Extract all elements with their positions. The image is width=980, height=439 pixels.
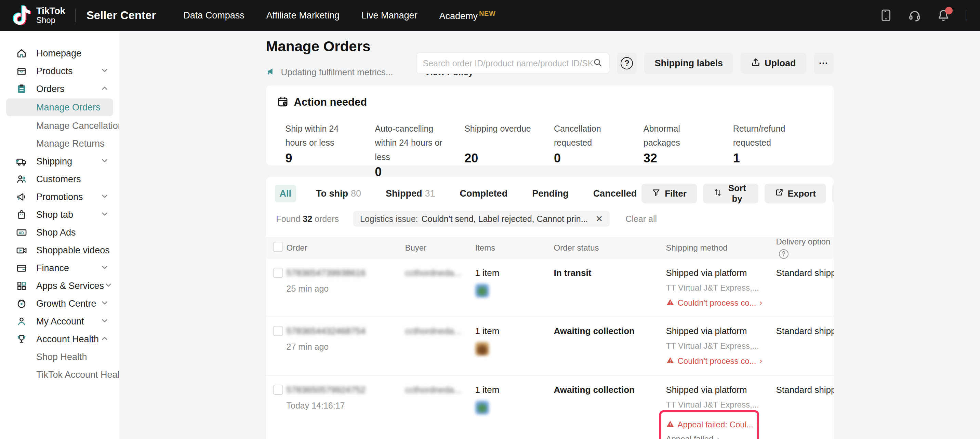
metric-label: Ship within 24 hours or less	[286, 122, 358, 150]
tiktok-shop-logo[interactable]: TikTok Shop	[12, 5, 65, 25]
found-count: 32	[302, 214, 312, 224]
logistics-warning-link[interactable]: Couldn't process co... ›	[666, 356, 776, 366]
tab-label: Cancelled	[593, 188, 637, 199]
found-orders-count: Found 32 orders	[276, 214, 339, 224]
export-button[interactable]: Export	[765, 184, 826, 204]
sidebar-item-manage-returns[interactable]: Manage Returns	[0, 135, 114, 153]
product-thumbnail[interactable]	[475, 284, 489, 297]
sidebar-item-apps-services[interactable]: Apps & Services	[0, 277, 114, 295]
metric-cancellation-requested: Cancellation requested 0	[554, 122, 644, 179]
home-icon	[16, 48, 27, 59]
buyer-name-blurred[interactable]: ccthordneda...	[405, 268, 461, 278]
sidebar-item-manage-orders[interactable]: Manage Orders	[6, 99, 113, 116]
nav-academy[interactable]: AcademyNEW	[439, 10, 496, 22]
buyer-name-blurred[interactable]: ccthordneda...	[405, 385, 461, 395]
tab-pending[interactable]: Pending	[527, 185, 573, 202]
tab-to-ship[interactable]: To ship80	[311, 185, 366, 202]
sidebar-item-homepage[interactable]: Homepage	[0, 45, 114, 62]
warning-triangle-icon	[666, 356, 674, 366]
orders-panel: All To ship80 Shipped31 Completed Pendin…	[266, 177, 834, 439]
row-checkbox[interactable]	[273, 385, 283, 395]
clear-all-link[interactable]: Clear all	[625, 214, 657, 224]
chip-label: Logistics issue:	[360, 214, 418, 224]
upload-button[interactable]: Upload	[741, 52, 806, 74]
sidebar-item-tiktok-account-health[interactable]: TikTok Account Health	[0, 366, 114, 383]
sidebar-item-customers[interactable]: Customers	[0, 170, 114, 188]
shipping-labels-button[interactable]: Shipping labels	[644, 52, 733, 74]
sidebar-item-shipping[interactable]: Shipping	[0, 153, 114, 170]
chevron-up-icon	[100, 334, 109, 344]
chevron-down-icon	[104, 281, 113, 291]
tab-shipped[interactable]: Shipped31	[381, 185, 440, 202]
nav-live-manager[interactable]: Live Manager	[361, 10, 417, 21]
row-checkbox[interactable]	[273, 268, 283, 278]
metric-value[interactable]: 0	[554, 151, 627, 165]
metric-value[interactable]: 32	[644, 151, 716, 165]
chip-close-icon[interactable]: ✕	[596, 214, 603, 224]
items-count: 1 item	[475, 326, 554, 336]
filter-button[interactable]: Filter	[641, 184, 697, 204]
metric-value[interactable]: 9	[286, 151, 358, 165]
sidebar-item-orders[interactable]: Orders	[0, 80, 114, 98]
search-icon[interactable]	[593, 57, 603, 69]
warning-triangle-icon	[666, 420, 674, 429]
sidebar-item-products[interactable]: Products	[0, 62, 114, 80]
delivery-help-icon[interactable]: ?	[779, 249, 789, 259]
sidebar-item-shop-ads[interactable]: AD Shop Ads	[0, 224, 114, 242]
chevron-down-icon	[100, 263, 109, 273]
sidebar-item-growth-centre[interactable]: Growth Centre	[0, 295, 114, 312]
logistics-warning-link[interactable]: Couldn't process co... ›	[666, 298, 776, 308]
orders-more-button[interactable]: ···	[832, 184, 834, 204]
sidebar-item-my-account[interactable]: My Account	[0, 312, 114, 330]
sidebar-item-label: Shipping	[36, 156, 72, 167]
sidebar-item-finance[interactable]: Finance	[0, 259, 114, 277]
nav-affiliate-marketing[interactable]: Affiliate Marketing	[266, 10, 340, 21]
order-id-blurred[interactable]: 5783654432468754	[286, 326, 405, 336]
order-id-blurred[interactable]: 5783654739938616	[286, 268, 405, 278]
mobile-app-icon[interactable]	[880, 9, 892, 22]
chevron-down-icon	[100, 299, 109, 309]
sidebar-item-shop-tab[interactable]: Shop tab	[0, 206, 114, 224]
column-shipping-method: Shipping method	[666, 243, 776, 253]
appeal-failed-warning-link[interactable]: Appeal failed: Coul... ›	[666, 420, 751, 429]
nav-data-compass[interactable]: Data Compass	[183, 10, 245, 21]
tab-label: To ship	[316, 188, 348, 199]
logistics-issue-filter-chip[interactable]: Logistics issue: Couldn't send, Label re…	[353, 211, 610, 227]
support-headset-icon[interactable]	[908, 9, 921, 22]
megaphone-icon	[16, 191, 27, 203]
nav-seller-center[interactable]: Seller Center	[86, 9, 156, 22]
tab-completed[interactable]: Completed	[455, 185, 512, 202]
product-thumbnail[interactable]	[475, 342, 489, 356]
help-button[interactable]: ?	[617, 52, 637, 74]
metric-value[interactable]: 20	[465, 151, 537, 165]
order-search-input[interactable]	[423, 59, 593, 68]
warning-triangle-icon	[666, 298, 674, 308]
main-content-area: Manage Orders Updating fulfilment metric…	[119, 31, 980, 439]
buyer-name-blurred[interactable]: ccthordneda...	[405, 326, 461, 336]
metric-value[interactable]: 1	[733, 151, 806, 165]
header-more-button[interactable]: ···	[814, 52, 834, 74]
row-checkbox[interactable]	[273, 326, 283, 336]
tab-label: Completed	[460, 188, 508, 199]
notifications-bell-icon[interactable]	[937, 9, 950, 22]
logo-text: TikTok Shop	[36, 6, 65, 24]
sidebar-item-shop-health[interactable]: Shop Health	[0, 348, 114, 366]
action-needed-title: Action needed	[294, 96, 367, 108]
sidebar-item-shoppable-videos[interactable]: Shoppable videos	[0, 242, 114, 259]
metric-label: Shipping overdue	[465, 122, 537, 150]
tab-cancelled[interactable]: Cancelled	[589, 185, 642, 202]
select-all-checkbox[interactable]	[273, 242, 283, 252]
video-icon	[16, 245, 27, 256]
shipping-method: Shipped via platform	[666, 268, 776, 278]
product-thumbnail[interactable]	[475, 401, 489, 414]
sidebar-item-manage-cancellations[interactable]: Manage Cancellations	[0, 117, 114, 135]
sidebar-item-account-health[interactable]: Account Health	[0, 330, 114, 348]
order-id-blurred[interactable]: 5783650579924752	[286, 385, 405, 395]
shipping-method: Shipped via platform	[666, 326, 776, 336]
appeal-failed-link[interactable]: Appeal failed ›	[666, 434, 751, 439]
order-search-box[interactable]	[416, 52, 609, 74]
warning-text: Couldn't process co...	[678, 298, 756, 308]
sidebar-item-promotions[interactable]: Promotions	[0, 188, 114, 206]
sort-by-button[interactable]: Sort by	[703, 184, 759, 204]
tab-all[interactable]: All	[275, 185, 296, 202]
